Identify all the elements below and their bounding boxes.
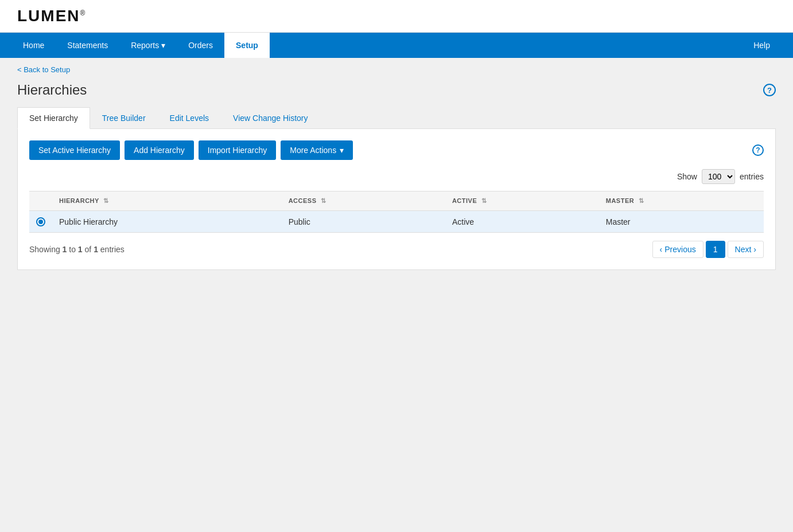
more-actions-dropdown-icon: ▾ [340, 146, 344, 155]
nav-spacer [270, 33, 742, 58]
showing-text: Showing 1 to 1 of 1 entries [29, 245, 125, 254]
pagination-controls: ‹ Previous 1 Next › [652, 241, 764, 258]
col-master[interactable]: MASTER ⇅ [599, 191, 764, 211]
buttons-row: Set Active Hierarchy Add Hierarchy Impor… [29, 140, 764, 160]
nav-setup[interactable]: Setup [224, 33, 270, 58]
tab-view-change-history[interactable]: View Change History [221, 107, 320, 129]
nav-help[interactable]: Help [742, 33, 782, 58]
add-hierarchy-button[interactable]: Add Hierarchy [125, 140, 194, 160]
next-button[interactable]: Next › [728, 241, 764, 258]
back-to-setup-link[interactable]: < Back to Setup [17, 65, 70, 74]
pagination-row: Showing 1 to 1 of 1 entries ‹ Previous 1… [29, 241, 764, 258]
row-radio-cell[interactable] [29, 211, 52, 233]
col-hierarchy[interactable]: HIERARCHY ⇅ [52, 191, 282, 211]
table-header-row: HIERARCHY ⇅ ACCESS ⇅ ACTIVE ⇅ MASTER [29, 191, 764, 211]
row-master: Master [599, 211, 764, 233]
nav-orders[interactable]: Orders [177, 33, 224, 58]
row-hierarchy-name: Public Hierarchy [52, 211, 282, 233]
page-help-icon[interactable]: ? [763, 84, 776, 96]
set-active-hierarchy-button[interactable]: Set Active Hierarchy [29, 140, 120, 160]
page-content: Hierarchies ? Set Hierarchy Tree Builder… [0, 76, 793, 287]
entries-select[interactable]: 10 25 50 100 [702, 169, 735, 184]
page-1-button[interactable]: 1 [706, 241, 725, 258]
row-access: Public [282, 211, 445, 233]
show-label: Show [677, 172, 697, 181]
col-active[interactable]: ACTIVE ⇅ [445, 191, 599, 211]
top-bar: LUMEN® [0, 0, 793, 33]
nav-reports[interactable]: Reports ▾ [119, 33, 177, 58]
show-entries-row: Show 10 25 50 100 entries [29, 169, 764, 184]
table-row[interactable]: Public Hierarchy Public Active Master [29, 211, 764, 233]
nav-bar: Home Statements Reports ▾ Orders Setup H… [0, 33, 793, 58]
nav-home[interactable]: Home [11, 33, 56, 58]
tabs-container: Set Hierarchy Tree Builder Edit Levels V… [17, 107, 776, 129]
tab-edit-levels[interactable]: Edit Levels [158, 107, 221, 129]
page-title-row: Hierarchies ? [17, 82, 776, 98]
card: Set Active Hierarchy Add Hierarchy Impor… [17, 129, 776, 270]
more-actions-button[interactable]: More Actions ▾ [281, 140, 353, 160]
logo: LUMEN® [17, 7, 86, 25]
import-hierarchy-button[interactable]: Import Hierarchy [199, 140, 276, 160]
entries-label: entries [740, 172, 764, 181]
row-active: Active [445, 211, 599, 233]
prev-chevron-icon: ‹ [660, 245, 663, 254]
access-sort-icon: ⇅ [321, 197, 326, 205]
prev-button[interactable]: ‹ Previous [652, 241, 703, 258]
col-radio [29, 191, 52, 211]
hierarchy-sort-icon: ⇅ [103, 197, 109, 205]
next-chevron-icon: › [753, 245, 756, 254]
hierarchies-table: HIERARCHY ⇅ ACCESS ⇅ ACTIVE ⇅ MASTER [29, 191, 764, 233]
page-title: Hierarchies [17, 82, 87, 98]
active-sort-icon: ⇅ [481, 197, 487, 205]
col-access[interactable]: ACCESS ⇅ [282, 191, 445, 211]
master-sort-icon: ⇅ [639, 197, 644, 205]
reports-dropdown-icon: ▾ [161, 41, 165, 50]
breadcrumb: < Back to Setup [0, 58, 793, 76]
table-wrapper: HIERARCHY ⇅ ACCESS ⇅ ACTIVE ⇅ MASTER [29, 191, 764, 233]
row-radio-button[interactable] [36, 217, 45, 226]
nav-statements[interactable]: Statements [56, 33, 119, 58]
tab-tree-builder[interactable]: Tree Builder [90, 107, 158, 129]
card-help-icon[interactable]: ? [752, 144, 764, 156]
tab-set-hierarchy[interactable]: Set Hierarchy [17, 107, 90, 129]
